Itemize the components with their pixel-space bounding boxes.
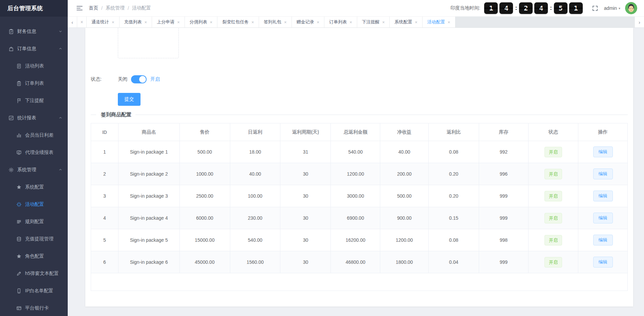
sidebar-item-label: h5弹窗文本配置 <box>25 271 59 277</box>
table-cell: 15000.00 <box>179 229 230 251</box>
presentation-chart-icon <box>16 150 22 155</box>
tab-系统配置[interactable]: 系统配置 × <box>390 17 423 27</box>
sidebar-item-label: 订单列表 <box>25 80 44 86</box>
sidebar-item-bet-reminder[interactable]: 下注提醒 <box>0 92 68 109</box>
sidebar-item-member-daily-margin[interactable]: 会员当日利差 <box>0 126 68 144</box>
tab-close-icon[interactable]: × <box>210 20 213 25</box>
table-cell: 540.00 <box>331 141 380 163</box>
sidebar-item-system-management[interactable]: 系统管理 <box>0 161 68 178</box>
tabs-scroll-right[interactable]: › <box>635 17 644 27</box>
tab-close-icon[interactable]: × <box>415 20 417 25</box>
tab-close-icon[interactable]: × <box>317 20 320 25</box>
action-cell: 编辑 <box>578 229 628 251</box>
status-cell: 开启 <box>528 207 578 229</box>
user-menu[interactable]: admin ▾ <box>604 5 620 11</box>
status-cell: 开启 <box>528 251 578 273</box>
tab-签到礼包[interactable]: 签到礼包 × <box>259 17 292 27</box>
table-cell: 900.00 <box>380 207 429 229</box>
tab-close-icon[interactable]: × <box>382 20 385 25</box>
divider-line <box>91 115 96 115</box>
sidebar-menu: 财务信息 订单信息 活动列表 订单列表 下注提醒 统计报表 会员当日利差 代理业… <box>0 17 68 316</box>
action-cell: 编辑 <box>578 163 628 185</box>
fullscreen-icon[interactable] <box>592 5 598 11</box>
tab-label: 系统配置 <box>394 19 412 25</box>
edit-button[interactable]: 编辑 <box>593 257 613 268</box>
toggle-on-label: 开启 <box>150 76 160 82</box>
status-toggle[interactable] <box>131 75 147 83</box>
sidebar-item-label: 代理业绩报表 <box>25 150 53 156</box>
table-cell: 4 <box>91 207 119 229</box>
tab-close-icon[interactable]: × <box>349 20 352 25</box>
tab-label: 赠金记录 <box>297 19 314 25</box>
star-icon <box>16 253 22 259</box>
edit-button[interactable]: 编辑 <box>593 191 613 201</box>
table-cell: 45000.00 <box>179 251 230 273</box>
content: 状态: 关闭 开启 提交 签到商品配置 <box>68 28 644 316</box>
tab-通道统计[interactable]: 通道统计 × <box>87 17 120 27</box>
collapse-menu-icon[interactable] <box>77 6 83 11</box>
tab-close-icon[interactable]: × <box>177 20 180 25</box>
tabs-close-icon[interactable]: × <box>77 17 87 27</box>
tab-裂变红包任务[interactable]: 裂变红包任务 × <box>217 17 259 27</box>
sidebar-item-stats-report[interactable]: 统计报表 <box>0 109 68 126</box>
breadcrumb-item-system[interactable]: 系统管理 <box>106 5 125 11</box>
sidebar-item-ip-whitelist[interactable]: IP白名单配置 <box>0 282 68 299</box>
status-badge: 开启 <box>544 169 562 179</box>
tabs-scroll-left[interactable]: ‹ <box>68 17 77 27</box>
tab-close-icon[interactable]: × <box>145 20 147 25</box>
divider-line <box>135 115 628 115</box>
sidebar-item-finance-info[interactable]: 财务信息 <box>0 23 68 40</box>
status-badge: 开启 <box>544 235 562 245</box>
tab-下注提醒[interactable]: 下注提醒 × <box>357 17 390 27</box>
tab-订单列表[interactable]: 订单列表 × <box>324 17 357 27</box>
sidebar-item-label: 下注提醒 <box>25 98 44 104</box>
sidebar-item-activity-config[interactable]: 活动配置 <box>0 196 68 213</box>
tab-close-icon[interactable]: × <box>112 20 114 25</box>
tab-活动配置[interactable]: 活动配置 × <box>423 17 455 27</box>
edit-button[interactable]: 编辑 <box>593 146 613 157</box>
sidebar-item-platform-bank-card[interactable]: 平台银行卡 <box>0 299 68 316</box>
sidebar-item-h5-popup-text[interactable]: h5弹窗文本配置 <box>0 265 68 282</box>
edit-button[interactable]: 编辑 <box>593 169 613 179</box>
tab-充值列表[interactable]: 充值列表 × <box>120 17 152 27</box>
table-cell: 40.00 <box>380 141 429 163</box>
tab-上分申请[interactable]: 上分申请 × <box>152 17 185 27</box>
config-card: 状态: 关闭 开启 提交 签到商品配置 <box>85 28 633 307</box>
table-row: 1Sign-in package 1500.0018.0031540.0040.… <box>91 141 628 163</box>
avatar[interactable] <box>625 2 637 14</box>
table-cell: 999 <box>479 185 528 207</box>
sidebar-item-agent-performance[interactable]: 代理业绩报表 <box>0 144 68 161</box>
column-header: 返利周期(天) <box>280 123 331 141</box>
edit-button[interactable]: 编辑 <box>593 213 613 223</box>
flag-icon <box>16 98 22 103</box>
table-cell: 2 <box>91 163 119 185</box>
table-cell: 0.08 <box>428 229 479 251</box>
table-cell: Sign-in package 5 <box>118 229 179 251</box>
sidebar-item-recharge-withdraw[interactable]: 充值提现管理 <box>0 230 68 248</box>
upload-box[interactable] <box>118 28 179 58</box>
column-header: 日返利 <box>230 123 280 141</box>
topbar: 首页 / 系统管理 / 活动配置 印度当地时间: 14:24:51 admin … <box>68 0 644 17</box>
sidebar-item-order-info[interactable]: 订单信息 <box>0 40 68 57</box>
clipboard-check-icon <box>8 28 14 34</box>
sidebar-item-label: 活动配置 <box>25 201 44 208</box>
tab-label: 分佣列表 <box>190 19 207 25</box>
sidebar-item-system-config[interactable]: 系统配置 <box>0 178 68 196</box>
table-row: 3Sign-in package 32500.00100.00303000.00… <box>91 185 628 207</box>
breadcrumb-separator: / <box>101 5 103 11</box>
sidebar-item-rule-config[interactable]: 规则配置 <box>0 213 68 230</box>
tab-赠金记录[interactable]: 赠金记录 × <box>292 17 325 27</box>
submit-button[interactable]: 提交 <box>118 93 141 106</box>
table-cell: 1000.00 <box>179 163 230 185</box>
action-cell: 编辑 <box>578 207 628 229</box>
tab-close-icon[interactable]: × <box>448 20 450 25</box>
tab-close-icon[interactable]: × <box>251 20 254 25</box>
table-cell: Sign-in package 3 <box>118 185 179 207</box>
breadcrumb-home[interactable]: 首页 <box>89 5 98 11</box>
edit-button[interactable]: 编辑 <box>593 235 613 245</box>
sidebar-item-role-config[interactable]: 角色配置 <box>0 248 68 265</box>
tab-分佣列表[interactable]: 分佣列表 × <box>185 17 218 27</box>
sidebar-item-activity-list[interactable]: 活动列表 <box>0 57 68 75</box>
tab-close-icon[interactable]: × <box>284 20 287 25</box>
sidebar-item-order-list[interactable]: 订单列表 <box>0 75 68 92</box>
